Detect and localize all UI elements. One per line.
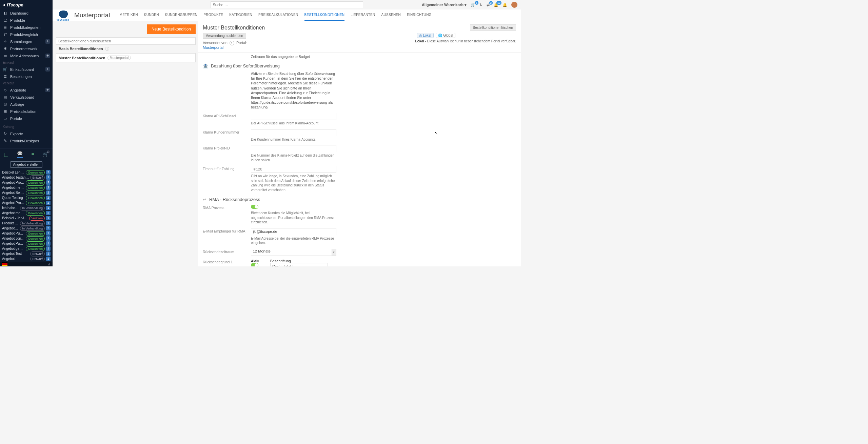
dropdown-icon[interactable]: ▾	[332, 249, 336, 256]
condition-search-input[interactable]	[56, 37, 196, 45]
nav-sammlungen[interactable]: ✧Sammlungen+	[0, 38, 53, 45]
portals-icon: ▭	[3, 116, 7, 121]
share-icon[interactable]: ⋔	[48, 262, 51, 266]
nav-vergleich[interactable]: ⇄Produktvergleich	[0, 31, 53, 38]
tab-preiskalkulationen[interactable]: PREISKALKULATIONEN	[258, 9, 298, 21]
plus-icon[interactable]: +	[45, 54, 50, 58]
nav-portale[interactable]: ▭Portale	[0, 115, 53, 122]
create-offer-button[interactable]: Angebot erstellen	[10, 161, 43, 168]
cart-selector[interactable]: Allgemeiner Warenkorb ▾	[422, 3, 467, 7]
col-beschr: Beschriftung	[270, 259, 291, 263]
count-badge: 2	[46, 196, 51, 200]
nav-produkte[interactable]: 🖵Produkte	[0, 17, 53, 24]
scope-note: Lokal - Diese Auswahl ist nur in nebenst…	[415, 39, 516, 43]
reason1-toggle[interactable]	[251, 263, 258, 266]
klarna-api-input[interactable]	[251, 113, 336, 120]
plus-icon[interactable]: +	[45, 39, 50, 44]
condition-row-muster[interactable]: Muster Bestellkonditionen Musterportal	[56, 53, 196, 62]
nav-verkaufsboard[interactable]: ▤Verkaufsboard	[0, 94, 53, 101]
nav-einkaufsboard[interactable]: 🛒Einkaufsboard+	[0, 66, 53, 73]
tab-kunden[interactable]: KUNDEN	[144, 9, 159, 21]
scope-local-chip[interactable]: ◎ Lokal	[417, 33, 434, 38]
portal-link[interactable]: Musterportal	[203, 45, 223, 49]
monitor-icon: 🖵	[3, 18, 7, 22]
chat-icon[interactable]: 💬	[17, 151, 23, 158]
count-badge: 1	[46, 221, 51, 225]
nav-exporte[interactable]: ↻Exporte	[0, 130, 53, 137]
klarna-proj-input[interactable]	[251, 145, 336, 152]
nav-partner[interactable]: ✱Partnernetzwerk	[0, 45, 53, 52]
back-icon[interactable]: ◂	[3, 2, 5, 7]
return-period-select[interactable]: 12 Monate	[251, 249, 332, 256]
box-icon[interactable]: ⬚	[4, 152, 8, 157]
delete-condition-button[interactable]: Bestellkonditionen löschen	[470, 24, 516, 31]
tab-kundengruppen[interactable]: KUNDENGRUPPEN	[165, 9, 198, 21]
condition-row-basis[interactable]: Basis Bestellkonditionen i	[56, 45, 196, 53]
count-badge: 1	[46, 241, 51, 246]
tab-einrichtung[interactable]: EINRICHTUNG	[407, 9, 432, 21]
cart-icon[interactable]: 🛒	[43, 152, 48, 157]
refresh-icon[interactable]: ↻	[479, 3, 482, 7]
avatar[interactable]	[511, 2, 517, 8]
offer-list-item[interactable]: Angebot mehrere E…Gewonnen2	[0, 185, 53, 190]
section-verkauf: Verkauf	[0, 80, 53, 86]
offer-list-item[interactable]: Quote TestingGewonnen2	[0, 195, 53, 200]
label-rma-mail: E-Mail Empfänger für RMA	[203, 228, 251, 233]
offer-list-item[interactable]: Angebot TestEntwurf1	[0, 251, 53, 256]
bell2-icon[interactable]: 🔔	[502, 3, 507, 7]
bars-icon[interactable]: ≡	[31, 152, 34, 157]
offer-list-item[interactable]: Angebot Produkt nic…Gewonnen2	[0, 180, 53, 185]
status-pill: Entwurf	[30, 257, 45, 261]
offer-list-item[interactable]: Angebot Jonas Punch…Gewonnen1	[0, 236, 53, 241]
offer-list-item[interactable]: Angebot TestangebotEntwurf1	[0, 175, 53, 180]
swap-icon[interactable]: ⇄2	[487, 3, 490, 7]
tab-aussehen[interactable]: AUSSEHEN	[381, 9, 401, 21]
nav-bestellungen[interactable]: ≣Bestellungen	[0, 73, 53, 80]
offer-list-item[interactable]: Angebotsworkfl…In Verhandlung2	[0, 226, 53, 231]
tab-lieferanten[interactable]: LIEFERANTEN	[351, 9, 375, 21]
nav-designer[interactable]: ✎Produkt-Designer	[0, 137, 53, 144]
scope-global-chip[interactable]: 🌐 Global	[436, 33, 455, 38]
rma-mail-input[interactable]	[251, 228, 336, 235]
label-return-period: Rücksendezeitraum	[203, 249, 251, 254]
offer-list-item[interactable]: Angebot gewonnenGewonnen1	[0, 246, 53, 251]
new-condition-button[interactable]: Neue Bestellkondition	[147, 24, 196, 34]
timeout-input[interactable]	[251, 166, 336, 173]
offer-list-item[interactable]: Beispiel Lenovo Thin…Gewonnen2	[0, 170, 53, 175]
portal-header: Musterportal METRIKENKUNDENKUNDENGRUPPEN…	[53, 9, 521, 21]
offer-list-item[interactable]: Angebot mehrere E…Gewonnen2	[0, 210, 53, 216]
nav-preiskalk[interactable]: ▦Preiskalkulation	[0, 108, 53, 115]
cart-icon[interactable]: 🛒1	[471, 3, 475, 7]
tab-kategorien[interactable]: KATEGORIEN	[229, 9, 252, 21]
nav-angebote[interactable]: ◇Angebote+	[0, 86, 53, 94]
nav-kategorien[interactable]: ≣Produktkategorien	[0, 24, 53, 31]
global-search-input[interactable]	[211, 1, 363, 8]
status-pill: In Verhandlung	[20, 226, 45, 231]
nav-label: Aufträge	[10, 102, 24, 106]
nav-auftraege[interactable]: ⊡Aufträge	[0, 101, 53, 108]
klarna-kn-input[interactable]	[251, 129, 336, 136]
offer-list-item[interactable]: Beispiel - Jarvis ITVerloren1	[0, 216, 53, 221]
plus-icon[interactable]: +	[45, 88, 50, 92]
bell-icon[interactable]: 🔔12	[494, 3, 498, 7]
hide-usage-button[interactable]: Verwendung ausblenden	[203, 33, 246, 39]
nav-dashboard[interactable]: ◧Dashboard	[0, 9, 53, 17]
status-pill: Gewonnen	[26, 180, 45, 185]
info-icon[interactable]: i	[105, 47, 109, 51]
offer-list-item[interactable]: Angebot BeispielGewonnen2	[0, 190, 53, 195]
nav-adressbuch[interactable]: ▭Mein Adressbuch+	[0, 52, 53, 59]
offer-list-item[interactable]: Angebot Punchout O…Gewonnen1	[0, 231, 53, 236]
reason1-input[interactable]	[270, 263, 328, 266]
flag-de-icon[interactable]	[2, 262, 7, 266]
offer-list-item[interactable]: AngebotEntwurf1	[0, 256, 53, 261]
status-pill: In Verhandlung	[20, 221, 45, 226]
rma-toggle[interactable]	[251, 205, 258, 209]
tab-metriken[interactable]: METRIKEN	[120, 9, 138, 21]
offer-list-item[interactable]: Angebot Produkt nic…Gewonnen2	[0, 200, 53, 205]
offer-list-item[interactable]: Ich habe einen L…In Verhandlung1	[0, 205, 53, 210]
tab-produkte[interactable]: PRODUKTE	[203, 9, 223, 21]
tab-bestellkonditionen[interactable]: BESTELLKONDITIONEN	[304, 9, 345, 21]
offer-list-item[interactable]: Angebot Punchout - …Gewonnen1	[0, 241, 53, 246]
plus-icon[interactable]: +	[45, 67, 50, 72]
offer-list-item[interactable]: Produkt auf Anfr…In Verhandlung1	[0, 221, 53, 226]
